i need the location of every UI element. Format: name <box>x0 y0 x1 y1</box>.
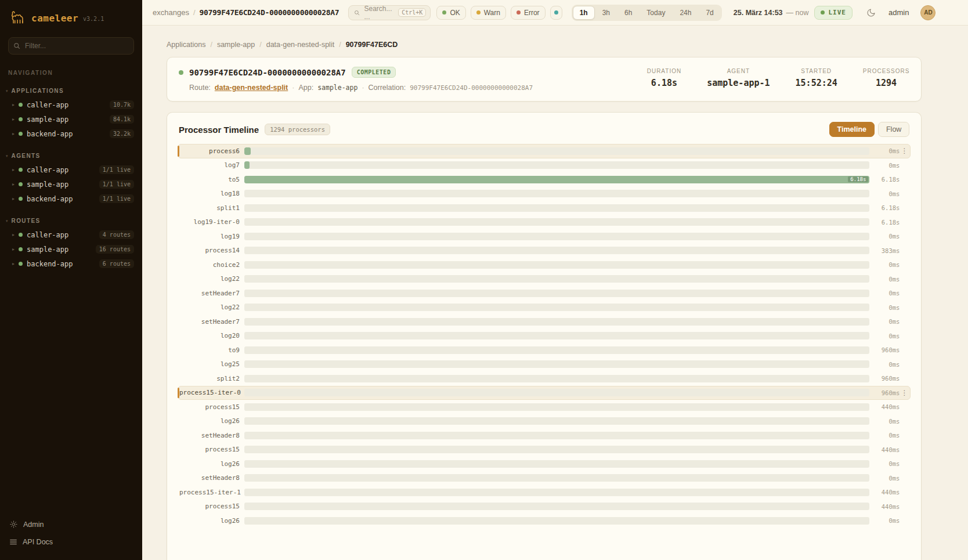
avatar[interactable]: AD <box>920 5 936 20</box>
timeline-row-process6[interactable]: process60ms⋮ <box>178 144 911 158</box>
timeline-row-choice2[interactable]: choice20ms <box>178 258 911 272</box>
sidebar-item-applications-caller-app[interactable]: ▸caller-app10.7k <box>0 97 142 112</box>
timeline-bar: 6.18s <box>244 176 869 183</box>
timeline-row-log7[interactable]: log70ms <box>178 158 911 173</box>
sidebar-item-routes-sample-app[interactable]: ▸sample-app16 routes <box>0 242 142 256</box>
timeline-row-log25[interactable]: log250ms <box>178 357 911 372</box>
chevron-right-icon: ▸ <box>12 102 15 107</box>
stat-duration: DURATION6.18s <box>647 68 681 88</box>
timeline-row-log26[interactable]: log260ms <box>178 414 911 429</box>
timeline-row-log22[interactable]: log220ms <box>178 272 911 287</box>
gear-icon <box>9 520 18 529</box>
timeline-track <box>244 204 869 212</box>
exchange-id: 90799F47E6CD24D-00000000000028A7 <box>189 68 346 77</box>
row-duration: 0ms <box>869 233 900 240</box>
user-name[interactable]: admin <box>888 8 909 17</box>
breadcrumb-item-data-gen-nested-split[interactable]: data-gen-nested-split <box>266 41 334 49</box>
row-menu-icon[interactable]: ⋮ <box>900 389 909 397</box>
status-dot <box>554 10 558 15</box>
processor-label: split1 <box>179 204 244 212</box>
row-duration: 0ms <box>869 432 900 439</box>
route-link[interactable]: data-gen-nested-split <box>215 84 288 92</box>
timeline-row-process14[interactable]: process14383ms <box>178 244 911 258</box>
timeline-track: 6.18s <box>244 176 869 183</box>
timeline-row-to5[interactable]: to56.18s6.18s <box>178 172 911 187</box>
timeline-row-setheader8[interactable]: setHeader80ms <box>178 471 911 486</box>
timeline-row-split1[interactable]: split16.18s <box>178 201 911 215</box>
time-range-1h[interactable]: 1h <box>573 6 595 20</box>
app-logo[interactable]: cameleer v3.2.1 <box>0 0 142 32</box>
timeline-row-log22[interactable]: log220ms <box>178 301 911 315</box>
exchange-stats: DURATION6.18sAGENTsample-app-1STARTED15:… <box>647 67 910 92</box>
breadcrumb: Applications/sample-app/data-gen-nested-… <box>167 41 922 49</box>
timeline-row-process15-iter-0[interactable]: process15-iter-0960ms⋮ <box>178 386 911 400</box>
sidebar-item-routes-backend-app[interactable]: ▸backend-app6 routes <box>0 256 142 271</box>
row-duration: 0ms <box>869 460 900 467</box>
filter-input[interactable] <box>8 37 134 55</box>
global-search[interactable]: Search... ... Ctrl+K <box>348 5 431 20</box>
timeline-row-log26[interactable]: log260ms <box>178 457 911 471</box>
live-indicator[interactable]: LIVE <box>814 6 853 20</box>
timeline-row-log26[interactable]: log260ms <box>178 514 911 528</box>
row-duration: 6.18s <box>869 204 900 211</box>
timeline-row-setheader7[interactable]: setHeader70ms <box>178 286 911 301</box>
timeline-row-process15[interactable]: process15440ms <box>178 500 911 514</box>
date-range[interactable]: 25. März 14:53— now <box>734 9 809 17</box>
admin-button[interactable]: Admin <box>9 515 133 533</box>
time-range-6h[interactable]: 6h <box>617 6 639 20</box>
sidebar-item-badge: 6 routes <box>99 259 134 268</box>
timeline-row-setheader7[interactable]: setHeader70ms <box>178 315 911 329</box>
stat-value: 1294 <box>863 78 910 88</box>
timeline-row-log20[interactable]: log200ms <box>178 329 911 344</box>
sidebar-item-agents-sample-app[interactable]: ▸sample-app1/1 live <box>0 177 142 192</box>
timeline-track <box>244 389 869 396</box>
row-menu-icon[interactable]: ⋮ <box>900 147 909 155</box>
section-header-applications[interactable]: ▾APPLICATIONS <box>0 85 142 97</box>
sidebar-item-agents-backend-app[interactable]: ▸backend-app1/1 live <box>0 192 142 206</box>
view-flow-button[interactable]: Flow <box>878 122 909 137</box>
timeline-row-log18[interactable]: log180ms <box>178 187 911 201</box>
time-range-7d[interactable]: 7d <box>699 6 720 20</box>
processor-label: log25 <box>179 360 244 368</box>
stat-label: DURATION <box>647 68 681 74</box>
timeline-row-to9[interactable]: to9960ms <box>178 343 911 357</box>
sidebar-footer: AdminAPI Docs <box>0 510 142 560</box>
timeline-row-setheader8[interactable]: setHeader80ms <box>178 428 911 443</box>
processor-label: process15-iter-0 <box>179 389 244 396</box>
sidebar-item-agents-caller-app[interactable]: ▸caller-app1/1 live <box>0 162 142 177</box>
breadcrumb-item-sample-app[interactable]: sample-app <box>217 41 255 49</box>
breadcrumb-item-applications[interactable]: Applications <box>167 41 205 49</box>
time-range-today[interactable]: Today <box>640 6 672 20</box>
timeline-track <box>244 261 869 269</box>
filter-chip-error[interactable]: Error <box>511 6 546 20</box>
processor-label: setHeader7 <box>179 318 244 326</box>
timeline-row-process15[interactable]: process15440ms <box>178 443 911 457</box>
time-range-3h[interactable]: 3h <box>595 6 617 20</box>
api-docs-button[interactable]: API Docs <box>9 533 133 551</box>
section-header-routes[interactable]: ▾ROUTES <box>0 215 142 227</box>
timeline-track <box>244 318 869 326</box>
row-duration: 440ms <box>869 503 900 510</box>
timeline-row-log19-iter-0[interactable]: log19-iter-06.18s <box>178 215 911 230</box>
timeline-row-split2[interactable]: split2960ms <box>178 371 911 386</box>
filter-chip-warn[interactable]: Warn <box>471 6 506 20</box>
timeline-row-process15-iter-1[interactable]: process15-iter-1440ms <box>178 485 911 500</box>
timeline-track <box>244 304 869 311</box>
filter-chip-extra[interactable] <box>550 6 562 20</box>
dark-mode-toggle[interactable] <box>866 8 876 17</box>
breadcrumb-section[interactable]: exchanges <box>153 8 189 17</box>
section-header-agents[interactable]: ▾AGENTS <box>0 150 142 162</box>
stat-value: sample-app-1 <box>707 78 770 88</box>
timeline-row-process15[interactable]: process15440ms <box>178 400 911 414</box>
sidebar-item-badge: 1/1 live <box>99 165 134 174</box>
sidebar-item-applications-sample-app[interactable]: ▸sample-app84.1k <box>0 112 142 127</box>
view-timeline-button[interactable]: Timeline <box>829 122 875 137</box>
exchange-meta-row: Route: data-gen-nested-split · App: samp… <box>189 84 533 92</box>
timeline-row-log19[interactable]: log190ms <box>178 229 911 244</box>
timeline-track <box>244 161 869 169</box>
filter-chip-ok[interactable]: OK <box>436 6 465 20</box>
processor-label: process15 <box>179 503 244 510</box>
sidebar-item-routes-caller-app[interactable]: ▸caller-app4 routes <box>0 227 142 242</box>
sidebar-item-applications-backend-app[interactable]: ▸backend-app32.2k <box>0 127 142 141</box>
time-range-24h[interactable]: 24h <box>673 6 698 20</box>
